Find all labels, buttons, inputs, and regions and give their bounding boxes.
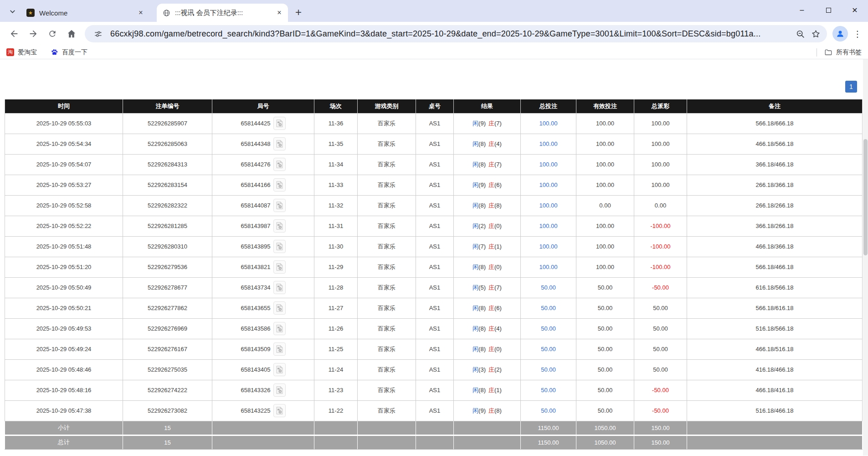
video-replay-button[interactable] — [273, 342, 286, 356]
payout-cell: -100.00 — [634, 236, 687, 257]
bet-id-cell: 522926285063 — [123, 134, 212, 154]
video-replay-button[interactable] — [273, 178, 286, 192]
total-bet-link[interactable]: 50.00 — [541, 407, 556, 414]
total-bet-link[interactable]: 50.00 — [541, 346, 556, 352]
total-bet-link[interactable]: 100.00 — [539, 243, 558, 250]
browser-menu-button[interactable]: ⋮ — [852, 25, 863, 43]
video-replay-icon — [276, 407, 283, 415]
game-type-cell: 百家乐 — [358, 257, 416, 277]
back-icon — [9, 29, 19, 39]
tab-close-icon[interactable]: × — [136, 8, 146, 18]
video-replay-button[interactable] — [273, 383, 286, 397]
new-tab-button[interactable]: + — [291, 5, 306, 20]
page-scrollbar[interactable] — [863, 59, 868, 456]
url-text[interactable]: 66cxkj98.com/game/betrecord_search/kind3… — [110, 29, 792, 39]
back-button[interactable] — [5, 24, 24, 43]
result-banker: 庄 — [488, 120, 494, 127]
subtotal-empty-cell — [416, 421, 454, 435]
total-bet-link[interactable]: 100.00 — [539, 264, 558, 270]
video-replay-button[interactable] — [273, 219, 286, 233]
video-replay-button[interactable] — [273, 322, 286, 335]
video-replay-button[interactable] — [273, 199, 286, 212]
video-replay-button[interactable] — [273, 117, 286, 130]
video-replay-button[interactable] — [273, 404, 286, 417]
total-bet-link[interactable]: 50.00 — [541, 325, 556, 332]
forward-icon — [28, 29, 38, 39]
total-bet-link[interactable]: 50.00 — [541, 284, 556, 291]
total-count: 15 — [123, 435, 212, 449]
video-replay-button[interactable] — [273, 137, 286, 150]
all-bookmarks-button[interactable]: 所有书签 — [824, 48, 862, 57]
bookmark-label: 爱淘宝 — [18, 48, 37, 57]
valid-bet-cell: 100.00 — [576, 257, 634, 277]
forward-button[interactable] — [24, 24, 43, 43]
total-bet-link[interactable]: 100.00 — [539, 223, 558, 229]
result-banker-score: (8) — [494, 407, 502, 414]
site-settings-button[interactable] — [90, 26, 106, 41]
time-cell: 2025-10-29 05:51:20 — [5, 257, 123, 277]
result-player: 闲 — [473, 387, 478, 394]
payout-value: -100.00 — [650, 223, 670, 229]
page-button-1[interactable]: 1 — [845, 81, 857, 93]
total-bet-link[interactable]: 50.00 — [541, 366, 556, 373]
tab-strip: ★ Welcome × :::视讯 会员下注纪录::: × + – ✕ — [0, 0, 868, 22]
result-player: 闲 — [473, 223, 478, 229]
video-replay-button[interactable] — [273, 363, 286, 376]
video-replay-button[interactable] — [273, 301, 286, 315]
table-no-cell: AS1 — [416, 380, 454, 400]
tab-bet-record[interactable]: :::视讯 会员下注纪录::: × — [157, 4, 288, 22]
payout-cell: 50.00 — [634, 339, 687, 359]
result-banker-score: (7) — [494, 161, 502, 168]
total-bet-link[interactable]: 100.00 — [539, 181, 558, 188]
bookmark-aitaobao[interactable]: 淘 爱淘宝 — [6, 48, 37, 57]
total-bet-link[interactable]: 50.00 — [541, 305, 556, 311]
reload-button[interactable] — [43, 24, 62, 43]
page-content: 1 时间 注单编号 局号 场次 游戏类别 桌号 结果 总投注 有效投注 总派彩 … — [0, 59, 868, 456]
payout-cell: -50.00 — [634, 277, 687, 298]
result-cell: 闲(8)庄(0) — [454, 339, 521, 359]
scrollbar-thumb[interactable] — [863, 139, 868, 255]
game-type-cell: 百家乐 — [358, 339, 416, 359]
video-replay-icon — [276, 243, 283, 250]
bookmark-baidu[interactable]: 百度一下 — [51, 48, 87, 57]
url-bar[interactable]: 66cxkj98.com/game/betrecord_search/kind3… — [85, 25, 827, 42]
all-bookmarks-label: 所有书签 — [836, 48, 862, 57]
header-game-type: 游戏类别 — [358, 99, 416, 113]
close-button[interactable]: ✕ — [842, 0, 868, 20]
total-bet-link[interactable]: 50.00 — [541, 387, 556, 394]
time-cell: 2025-10-29 05:55:03 — [5, 113, 123, 134]
zoom-button[interactable] — [792, 26, 808, 41]
valid-bet-cell: 50.00 — [576, 277, 634, 298]
profile-avatar[interactable] — [832, 26, 848, 41]
payout-value: -50.00 — [652, 387, 669, 394]
bookmark-star-button[interactable] — [808, 26, 823, 41]
tab-close-icon[interactable]: × — [274, 8, 284, 18]
video-replay-button[interactable] — [273, 158, 286, 171]
result-banker: 庄 — [488, 140, 494, 147]
total-bet-link[interactable]: 100.00 — [539, 120, 558, 127]
payout-value: -50.00 — [652, 284, 669, 291]
total-bet-link[interactable]: 100.00 — [539, 140, 558, 147]
tab-welcome[interactable]: ★ Welcome × — [21, 4, 149, 22]
payout-value: -100.00 — [650, 264, 670, 270]
round-cell: 658143821 — [212, 257, 314, 277]
total-bet-cell: 100.00 — [521, 134, 576, 154]
tab-search-button[interactable] — [5, 5, 19, 20]
result-banker: 庄 — [488, 407, 494, 414]
video-replay-button[interactable] — [273, 260, 286, 274]
maximize-button[interactable] — [815, 0, 842, 20]
valid-bet-cell: 100.00 — [576, 154, 634, 175]
result-cell: 闲(8)庄(1) — [454, 380, 521, 400]
total-bet-link[interactable]: 100.00 — [539, 202, 558, 209]
total-bet-cell: 100.00 — [521, 175, 576, 195]
video-replay-button[interactable] — [273, 281, 286, 294]
total-bet-link[interactable]: 100.00 — [539, 161, 558, 168]
result-player: 闲 — [473, 140, 478, 147]
remark-cell: 516.18/566.18 — [687, 318, 863, 339]
round-id: 658143655 — [241, 305, 270, 311]
table-no-cell: AS1 — [416, 216, 454, 236]
video-replay-button[interactable] — [273, 240, 286, 253]
home-button[interactable] — [62, 24, 81, 43]
minimize-button[interactable]: – — [789, 0, 815, 20]
result-cell: 闲(7)庄(1) — [454, 236, 521, 257]
